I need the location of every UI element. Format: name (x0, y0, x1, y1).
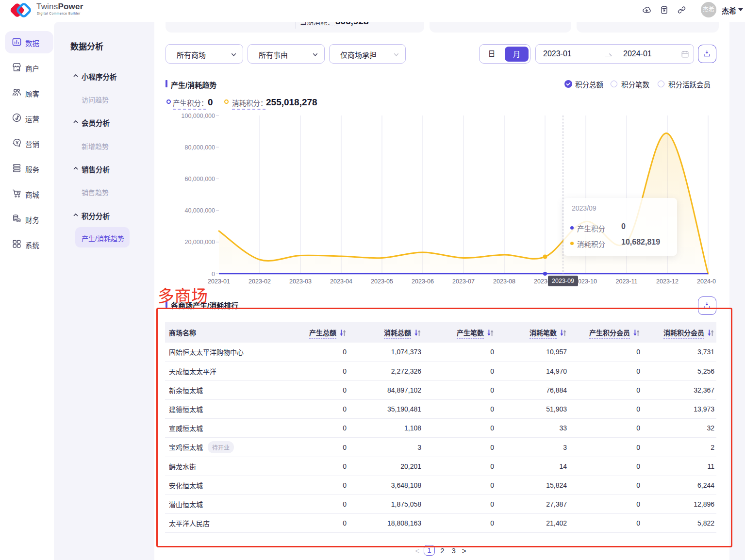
svg-text:100,000,000: 100,000,000 (181, 113, 215, 119)
svg-text:0: 0 (212, 271, 215, 278)
svg-text:60,000,000: 60,000,000 (184, 176, 215, 182)
svg-text:2023-06: 2023-06 (412, 278, 434, 285)
svg-text:2023-01: 2023-01 (208, 278, 230, 285)
svg-text:2023-03: 2023-03 (289, 278, 312, 285)
svg-text:20,000,000: 20,000,000 (184, 239, 215, 246)
svg-text:2023-07: 2023-07 (452, 278, 475, 285)
svg-text:2023-12: 2023-12 (656, 278, 679, 285)
svg-text:2024-01: 2024-01 (697, 278, 716, 285)
svg-text:2023-11: 2023-11 (616, 278, 638, 285)
svg-text:2023-04: 2023-04 (330, 278, 352, 285)
svg-text:2023-02: 2023-02 (248, 278, 271, 285)
svg-text:80,000,000: 80,000,000 (184, 144, 215, 151)
svg-text:40,000,000: 40,000,000 (184, 207, 215, 214)
svg-text:2023-09: 2023-09 (552, 278, 574, 284)
svg-text:2023-08: 2023-08 (493, 278, 515, 285)
svg-text:2023-05: 2023-05 (371, 278, 393, 285)
